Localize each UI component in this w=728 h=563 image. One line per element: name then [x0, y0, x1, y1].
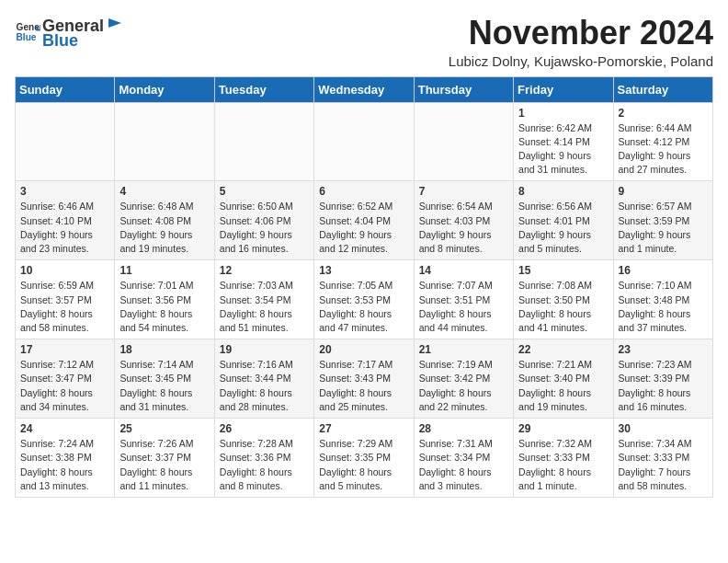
day-number: 24: [20, 422, 109, 435]
day-info-text: Sunrise: 7:01 AMSunset: 3:56 PMDaylight:…: [119, 279, 209, 335]
calendar-cell: [414, 102, 513, 181]
day-info-text: Sunrise: 7:28 AMSunset: 3:36 PMDaylight:…: [220, 437, 309, 493]
calendar-cell: [16, 102, 115, 181]
day-number: 16: [619, 264, 708, 277]
calendar-week-row: 24Sunrise: 7:24 AMSunset: 3:38 PMDayligh…: [16, 419, 713, 498]
calendar-cell: 21Sunrise: 7:19 AMSunset: 3:42 PMDayligh…: [414, 339, 513, 419]
day-info-text: Sunrise: 7:34 AMSunset: 3:33 PMDaylight:…: [619, 437, 708, 493]
day-info-text: Sunrise: 7:32 AMSunset: 3:33 PMDaylight:…: [518, 437, 608, 493]
day-info-text: Sunrise: 7:31 AMSunset: 3:34 PMDaylight:…: [419, 437, 508, 493]
calendar-cell: 3Sunrise: 6:46 AMSunset: 4:10 PMDaylight…: [16, 181, 115, 260]
day-info-text: Sunrise: 7:14 AMSunset: 3:45 PMDaylight:…: [119, 358, 209, 414]
calendar-cell: 12Sunrise: 7:03 AMSunset: 3:54 PMDayligh…: [214, 260, 313, 339]
calendar-cell: 19Sunrise: 7:16 AMSunset: 3:44 PMDayligh…: [214, 339, 313, 419]
calendar-cell: 8Sunrise: 6:56 AMSunset: 4:01 PMDaylight…: [514, 181, 613, 260]
logo-icon: General Blue: [15, 19, 40, 45]
calendar-cell: 27Sunrise: 7:29 AMSunset: 3:35 PMDayligh…: [314, 419, 414, 498]
col-header-thursday: Thursday: [414, 76, 513, 102]
day-number: 20: [319, 343, 408, 356]
day-info-text: Sunrise: 7:24 AMSunset: 3:38 PMDaylight:…: [20, 437, 109, 493]
day-number: 2: [619, 107, 708, 120]
day-info-text: Sunrise: 7:03 AMSunset: 3:54 PMDaylight:…: [220, 279, 309, 335]
day-number: 21: [419, 343, 508, 356]
day-number: 7: [419, 185, 508, 198]
svg-text:Blue: Blue: [17, 33, 37, 43]
day-info-text: Sunrise: 6:59 AMSunset: 3:57 PMDaylight:…: [20, 279, 109, 335]
calendar-cell: 5Sunrise: 6:50 AMSunset: 4:06 PMDaylight…: [214, 181, 313, 260]
day-info-text: Sunrise: 7:21 AMSunset: 3:40 PMDaylight:…: [518, 358, 608, 414]
calendar-cell: 17Sunrise: 7:12 AMSunset: 3:47 PMDayligh…: [16, 339, 115, 419]
calendar-cell: 6Sunrise: 6:52 AMSunset: 4:04 PMDaylight…: [314, 181, 414, 260]
day-number: 22: [518, 343, 608, 356]
calendar-cell: 10Sunrise: 6:59 AMSunset: 3:57 PMDayligh…: [16, 260, 115, 339]
day-info-text: Sunrise: 6:57 AMSunset: 3:59 PMDaylight:…: [619, 200, 708, 256]
day-number: 27: [319, 422, 408, 435]
calendar-cell: [314, 102, 414, 181]
day-info-text: Sunrise: 7:19 AMSunset: 3:42 PMDaylight:…: [419, 358, 508, 414]
calendar-cell: 13Sunrise: 7:05 AMSunset: 3:53 PMDayligh…: [314, 260, 414, 339]
day-number: 25: [119, 422, 209, 435]
day-info-text: Sunrise: 6:56 AMSunset: 4:01 PMDaylight:…: [518, 200, 608, 256]
day-info-text: Sunrise: 7:07 AMSunset: 3:51 PMDaylight:…: [419, 279, 508, 335]
calendar-cell: [115, 102, 214, 181]
calendar-table: SundayMondayTuesdayWednesdayThursdayFrid…: [15, 76, 713, 498]
calendar-cell: 20Sunrise: 7:17 AMSunset: 3:43 PMDayligh…: [314, 339, 414, 419]
calendar-cell: 14Sunrise: 7:07 AMSunset: 3:51 PMDayligh…: [414, 260, 513, 339]
day-info-text: Sunrise: 7:23 AMSunset: 3:39 PMDaylight:…: [619, 358, 708, 414]
day-number: 18: [119, 343, 209, 356]
calendar-cell: 25Sunrise: 7:26 AMSunset: 3:37 PMDayligh…: [115, 419, 214, 498]
day-number: 17: [20, 343, 109, 356]
day-info-text: Sunrise: 7:16 AMSunset: 3:44 PMDaylight:…: [220, 358, 309, 414]
day-number: 12: [220, 264, 309, 277]
day-info-text: Sunrise: 7:08 AMSunset: 3:50 PMDaylight:…: [518, 279, 608, 335]
day-info-text: Sunrise: 7:26 AMSunset: 3:37 PMDaylight:…: [119, 437, 209, 493]
calendar-cell: 4Sunrise: 6:48 AMSunset: 4:08 PMDaylight…: [115, 181, 214, 260]
calendar-week-row: 10Sunrise: 6:59 AMSunset: 3:57 PMDayligh…: [16, 260, 713, 339]
calendar-week-row: 1Sunrise: 6:42 AMSunset: 4:14 PMDaylight…: [16, 102, 713, 181]
day-number: 8: [518, 185, 608, 198]
day-number: 19: [220, 343, 309, 356]
col-header-saturday: Saturday: [613, 76, 712, 102]
day-number: 29: [518, 422, 608, 435]
location-subtitle: Lubicz Dolny, Kujawsko-Pomorskie, Poland: [449, 53, 713, 69]
calendar-cell: 24Sunrise: 7:24 AMSunset: 3:38 PMDayligh…: [16, 419, 115, 498]
day-number: 23: [619, 343, 708, 356]
day-info-text: Sunrise: 6:54 AMSunset: 4:03 PMDaylight:…: [419, 200, 508, 256]
day-number: 13: [319, 264, 408, 277]
calendar-cell: 11Sunrise: 7:01 AMSunset: 3:56 PMDayligh…: [115, 260, 214, 339]
day-info-text: Sunrise: 6:44 AMSunset: 4:12 PMDaylight:…: [619, 121, 708, 178]
page-header: General Blue General Blue November 2024 …: [15, 15, 713, 69]
day-number: 28: [419, 422, 508, 435]
day-number: 9: [619, 185, 708, 198]
calendar-cell: 15Sunrise: 7:08 AMSunset: 3:50 PMDayligh…: [514, 260, 613, 339]
calendar-cell: 9Sunrise: 6:57 AMSunset: 3:59 PMDaylight…: [613, 181, 712, 260]
calendar-cell: 1Sunrise: 6:42 AMSunset: 4:14 PMDaylight…: [514, 102, 613, 181]
day-number: 10: [20, 264, 109, 277]
calendar-cell: 23Sunrise: 7:23 AMSunset: 3:39 PMDayligh…: [613, 339, 712, 419]
day-info-text: Sunrise: 6:42 AMSunset: 4:14 PMDaylight:…: [518, 121, 608, 178]
calendar-cell: 28Sunrise: 7:31 AMSunset: 3:34 PMDayligh…: [414, 419, 513, 498]
day-info-text: Sunrise: 6:52 AMSunset: 4:04 PMDaylight:…: [319, 200, 408, 256]
calendar-cell: 26Sunrise: 7:28 AMSunset: 3:36 PMDayligh…: [214, 419, 313, 498]
day-number: 15: [518, 264, 608, 277]
calendar-cell: 22Sunrise: 7:21 AMSunset: 3:40 PMDayligh…: [514, 339, 613, 419]
day-number: 1: [518, 107, 608, 120]
day-info-text: Sunrise: 7:10 AMSunset: 3:48 PMDaylight:…: [619, 279, 708, 335]
col-header-sunday: Sunday: [16, 76, 115, 102]
calendar-cell: 2Sunrise: 6:44 AMSunset: 4:12 PMDaylight…: [613, 102, 712, 181]
day-info-text: Sunrise: 7:12 AMSunset: 3:47 PMDaylight:…: [20, 358, 109, 414]
day-info-text: Sunrise: 7:17 AMSunset: 3:43 PMDaylight:…: [319, 358, 408, 414]
calendar-cell: 18Sunrise: 7:14 AMSunset: 3:45 PMDayligh…: [115, 339, 214, 419]
day-number: 3: [20, 185, 109, 198]
logo: General Blue General Blue: [15, 15, 121, 51]
day-info-text: Sunrise: 6:46 AMSunset: 4:10 PMDaylight:…: [20, 200, 109, 256]
title-block: November 2024 Lubicz Dolny, Kujawsko-Pom…: [449, 15, 713, 69]
day-info-text: Sunrise: 6:50 AMSunset: 4:06 PMDaylight:…: [220, 200, 309, 256]
logo-arrow-icon: [105, 15, 121, 31]
col-header-friday: Friday: [514, 76, 613, 102]
day-number: 5: [220, 185, 309, 198]
day-number: 14: [419, 264, 508, 277]
calendar-cell: [214, 102, 313, 181]
calendar-cell: 16Sunrise: 7:10 AMSunset: 3:48 PMDayligh…: [613, 260, 712, 339]
calendar-header-row: SundayMondayTuesdayWednesdayThursdayFrid…: [16, 76, 713, 102]
